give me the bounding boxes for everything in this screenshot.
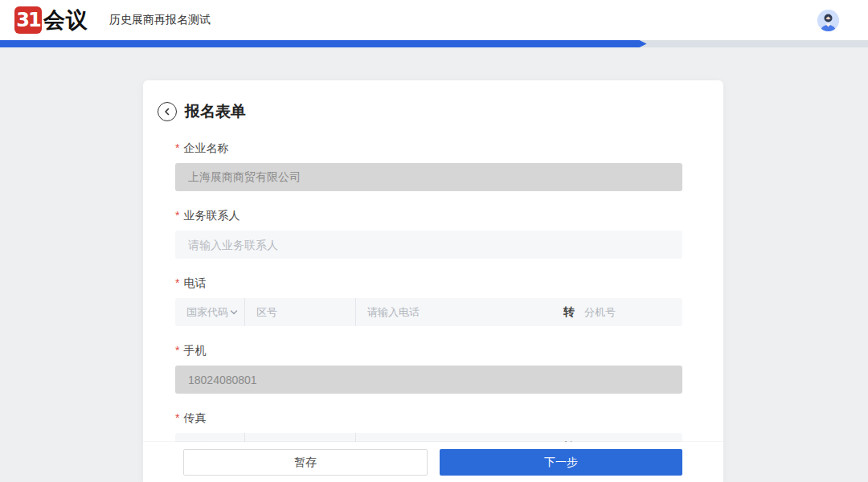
company-name-input[interactable] bbox=[175, 163, 682, 191]
field-label: *手机 bbox=[175, 342, 682, 358]
business-contact-input[interactable] bbox=[175, 231, 682, 259]
next-step-button[interactable]: 下一步 bbox=[440, 449, 682, 476]
required-marker: * bbox=[175, 411, 179, 424]
mobile-input[interactable] bbox=[175, 366, 682, 394]
save-draft-button[interactable]: 暂存 bbox=[183, 449, 428, 476]
field-label: *业务联系人 bbox=[175, 207, 682, 223]
telephone-country-code-select[interactable]: 国家代码 bbox=[175, 298, 245, 326]
form-area: *企业名称 *业务联系人 *电话 国家代码 bbox=[143, 140, 723, 461]
user-avatar-icon[interactable] bbox=[817, 10, 839, 31]
field-label: *电话 bbox=[175, 275, 682, 291]
field-business-contact: *业务联系人 bbox=[175, 207, 682, 259]
logo-text: 会议 bbox=[43, 6, 88, 35]
telephone-extension-input[interactable] bbox=[584, 298, 682, 326]
chevron-down-icon bbox=[230, 308, 238, 317]
extension-separator-label: 转 bbox=[563, 305, 584, 320]
form-footer: 暂存 下一步 bbox=[143, 442, 723, 482]
chevron-left-icon bbox=[163, 108, 171, 116]
registration-card: 报名表单 *企业名称 *业务联系人 *电话 国家代码 bbox=[143, 80, 723, 482]
required-marker: * bbox=[175, 344, 179, 357]
field-label: *传真 bbox=[175, 410, 682, 426]
app-header: 31 会议 历史展商再报名测试 bbox=[0, 0, 868, 40]
telephone-area-code-input[interactable] bbox=[245, 298, 356, 326]
event-title: 历史展商再报名测试 bbox=[109, 13, 211, 27]
card-title-row: 报名表单 bbox=[158, 101, 723, 122]
required-marker: * bbox=[175, 209, 179, 222]
field-mobile: *手机 bbox=[175, 342, 682, 394]
form-title: 报名表单 bbox=[185, 101, 246, 122]
progress-bar-fill bbox=[0, 40, 647, 47]
required-marker: * bbox=[175, 276, 179, 289]
telephone-composite-input: 国家代码 转 bbox=[175, 298, 682, 326]
field-telephone: *电话 国家代码 转 bbox=[175, 275, 682, 326]
progress-bar-track bbox=[0, 40, 868, 47]
field-label: *企业名称 bbox=[175, 140, 682, 156]
back-button[interactable] bbox=[158, 102, 177, 121]
required-marker: * bbox=[175, 141, 179, 154]
app-logo[interactable]: 31 会议 bbox=[14, 6, 88, 35]
logo-badge-icon: 31 bbox=[14, 6, 42, 34]
field-company-name: *企业名称 bbox=[175, 140, 682, 191]
telephone-number-input[interactable] bbox=[356, 298, 563, 326]
